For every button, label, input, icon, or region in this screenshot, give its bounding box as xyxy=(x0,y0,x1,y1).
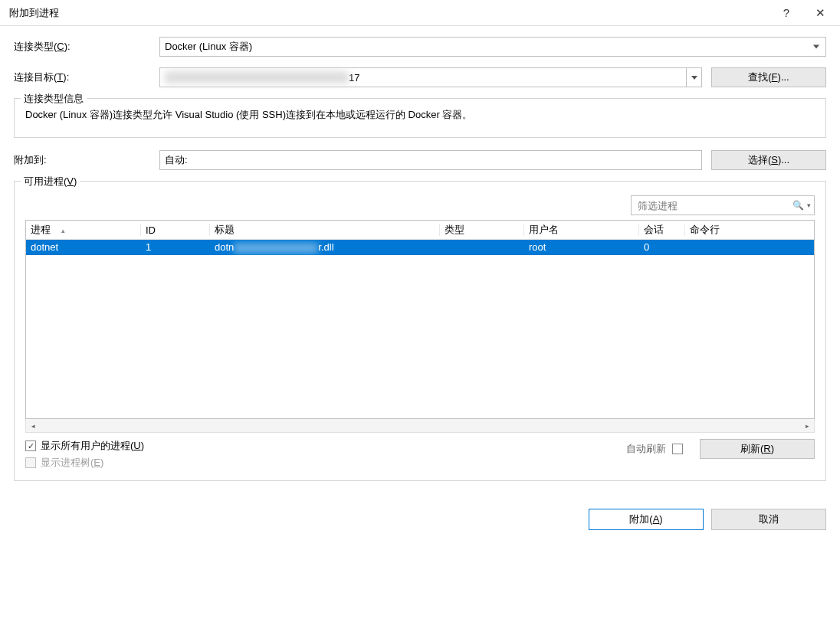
cell-id: 1 xyxy=(141,240,210,255)
filter-processes-input[interactable]: 🔍 ▾ xyxy=(631,195,815,215)
cell-type xyxy=(440,240,524,255)
show-process-tree-checkbox: 显示进程树(E) xyxy=(25,456,626,470)
scroll-track[interactable] xyxy=(40,419,800,432)
help-icon[interactable]: ? xyxy=(769,2,803,25)
connection-target-value: 17 xyxy=(349,72,359,84)
scroll-left-icon[interactable]: ◂ xyxy=(26,419,40,432)
checkbox-icon xyxy=(25,457,36,468)
col-type[interactable]: 类型 xyxy=(440,221,524,240)
connection-type-info-text: Docker (Linux 容器)连接类型允许 Visual Studio (使… xyxy=(25,108,815,122)
col-process[interactable]: 进程▴ xyxy=(26,221,141,240)
process-table[interactable]: 进程▴ ID 标题 类型 用户名 会话 命令行 dotnet 1 dotn xyxy=(25,220,815,419)
cancel-button[interactable]: 取消 xyxy=(711,509,826,530)
col-id[interactable]: ID xyxy=(141,221,210,240)
window-title: 附加到进程 xyxy=(9,6,769,20)
attach-to-value: 自动: xyxy=(165,153,188,167)
checkbox-icon[interactable] xyxy=(25,441,36,451)
show-all-users-checkbox[interactable]: 显示所有用户的进程(U) xyxy=(25,439,626,453)
connection-type-select[interactable]: Docker (Linux 容器) xyxy=(159,37,826,57)
col-cmdline[interactable]: 命令行 xyxy=(685,221,814,240)
search-icon[interactable]: 🔍 xyxy=(791,200,806,211)
filter-input-field[interactable] xyxy=(636,199,791,212)
refresh-button[interactable]: 刷新(R) xyxy=(700,439,815,459)
auto-refresh-label: 自动刷新 xyxy=(626,442,666,456)
attach-to-label: 附加到: xyxy=(14,153,159,167)
attach-button[interactable]: 附加(A) xyxy=(589,509,704,530)
connection-target-label: 连接目标(T): xyxy=(14,70,159,84)
connection-type-value: Docker (Linux 容器) xyxy=(165,40,252,54)
col-title[interactable]: 标题 xyxy=(210,221,440,240)
connection-type-label: 连接类型(C): xyxy=(14,40,159,54)
cell-session: 0 xyxy=(639,240,685,255)
available-processes-legend: 可用进程(V) xyxy=(21,175,80,188)
auto-refresh-checkbox[interactable] xyxy=(672,444,683,454)
cell-cmdline xyxy=(685,240,814,255)
cell-user: root xyxy=(524,240,639,255)
close-icon[interactable]: ✕ xyxy=(803,2,837,25)
scroll-right-icon[interactable]: ▸ xyxy=(800,419,814,432)
cell-title: dotnr.dll xyxy=(210,240,440,255)
filter-dropdown-icon[interactable]: ▾ xyxy=(806,201,811,209)
col-session[interactable]: 会话 xyxy=(639,221,685,240)
connection-type-info-legend: 连接类型信息 xyxy=(21,92,87,106)
cell-process: dotnet xyxy=(26,240,141,255)
table-row[interactable]: dotnet 1 dotnr.dll root 0 xyxy=(26,240,814,255)
connection-target-combo[interactable]: 17 xyxy=(159,67,702,87)
chevron-down-icon[interactable] xyxy=(686,68,701,87)
find-button[interactable]: 查找(F)... xyxy=(711,67,826,87)
select-button[interactable]: 选择(S)... xyxy=(711,150,826,170)
attach-to-field: 自动: xyxy=(159,150,702,170)
col-user[interactable]: 用户名 xyxy=(524,221,639,240)
connection-target-hidden xyxy=(165,71,349,84)
horizontal-scrollbar[interactable]: ◂ ▸ xyxy=(25,419,815,433)
